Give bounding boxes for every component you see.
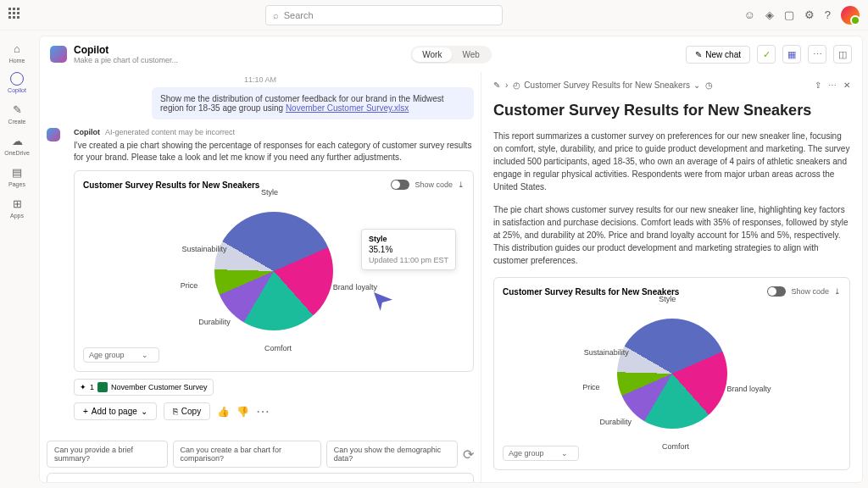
pie-label: Price <box>181 281 198 290</box>
search-icon: ⌕ <box>273 10 279 20</box>
chevron-down-icon: ⌄ <box>693 80 700 90</box>
assistant-text: I've created a pie chart showing the per… <box>74 140 474 164</box>
chevron-down-icon: ⌄ <box>561 449 568 458</box>
doc-chart-card: Customer Survey Results for New Sneakers… <box>493 277 850 470</box>
new-chat-button[interactable]: ✎New chat <box>686 46 750 64</box>
avatar[interactable] <box>841 6 860 25</box>
app-launcher-icon[interactable] <box>8 8 24 23</box>
user-message: Show me the distribution of customer fee… <box>152 87 474 119</box>
share-icon[interactable]: ⇪ <box>815 80 821 90</box>
settings-icon[interactable]: ⚙ <box>804 8 815 21</box>
thumbs-down-icon[interactable]: 👎 <box>236 406 249 418</box>
suggestion-2[interactable]: Can you create a bar chart for compariso… <box>173 441 321 468</box>
chevron-down-icon: ⌄ <box>142 351 148 359</box>
tab-web[interactable]: Web <box>452 47 489 62</box>
check-button[interactable]: ✓ <box>757 45 776 64</box>
search-input[interactable]: ⌕ Search <box>265 5 503 25</box>
pie-label: Comfort <box>662 442 689 451</box>
pie-label: Durability <box>599 418 632 426</box>
rail-home[interactable]: ⌂Home <box>5 41 29 64</box>
pencil-icon: ✎ <box>9 102 25 117</box>
context-toggle: Work Web <box>410 46 492 64</box>
chart-card: Customer Survey Results for New Sneakers… <box>74 170 474 372</box>
suggestion-1[interactable]: Can you provide a brief summary? <box>47 441 168 468</box>
assistant-name: Copilot <box>74 128 100 136</box>
doc-paragraph-2: The pie chart shows customer survey resu… <box>493 203 850 267</box>
pie-label: Sustainability <box>181 245 226 253</box>
copilot-icon <box>10 72 24 86</box>
file-link[interactable]: November Customer Survey.xlsx <box>286 103 409 113</box>
rail-copilot[interactable]: Copilot <box>5 72 29 93</box>
pie-label: Sustainability <box>584 348 629 357</box>
emoji-icon[interactable]: ☺ <box>743 8 754 21</box>
breadcrumb[interactable]: ◴Customer Survey Results for New Sneaker… <box>513 80 700 90</box>
doc-nav-icon[interactable]: ✎ <box>493 80 500 90</box>
suggestion-3[interactable]: Can you show the demographic data? <box>326 441 458 468</box>
diamond-icon[interactable]: ◈ <box>765 8 774 21</box>
timestamp: 11:10 AM <box>47 75 474 84</box>
left-rail: ⌂Home Copilot ✎Create ☁OneDrive ▤Pages ⊞… <box>0 30 34 488</box>
apps-icon: ⊞ <box>9 196 25 211</box>
panel-button[interactable]: ◫ <box>833 45 852 64</box>
download-icon[interactable]: ⤓ <box>458 180 465 189</box>
tab-work[interactable]: Work <box>412 47 452 62</box>
rail-onedrive[interactable]: ☁OneDrive <box>5 133 29 156</box>
pie-label: Style <box>261 188 278 197</box>
copy-button[interactable]: ⎘Copy <box>164 402 210 420</box>
doc-show-code-label: Show code <box>791 287 829 296</box>
pages-icon: ▤ <box>9 164 25 180</box>
rail-create[interactable]: ✎Create <box>5 102 29 125</box>
doc-code-toggle[interactable] <box>767 286 786 297</box>
pie-chart[interactable] <box>214 212 333 330</box>
show-code-label: Show code <box>415 180 453 189</box>
code-toggle[interactable] <box>391 180 409 190</box>
copilot-logo <box>50 46 67 63</box>
home-icon: ⌂ <box>9 41 25 56</box>
chevron-down-icon: ⌄ <box>141 407 147 416</box>
download-icon[interactable]: ⤓ <box>834 287 841 296</box>
help-icon[interactable]: ? <box>825 8 831 21</box>
add-to-page-button[interactable]: +Add to page⌄ <box>74 402 157 420</box>
prompts-button[interactable]: ▦ <box>782 45 801 64</box>
pie-chart[interactable] <box>617 319 727 429</box>
rail-pages[interactable]: ▤Pages <box>5 164 29 187</box>
cursor-icon <box>374 292 392 311</box>
chart-tooltip: Style 35.1% Updated 11:00 pm EST <box>361 229 456 270</box>
excel-icon <box>97 382 108 392</box>
search-placeholder: Search <box>284 10 314 20</box>
copilot-avatar-icon <box>47 128 60 141</box>
pie-label: Comfort <box>264 344 292 352</box>
age-group-select[interactable]: Age group⌄ <box>83 347 159 363</box>
plus-icon: + <box>83 407 88 416</box>
pie-label: Price <box>582 383 600 391</box>
present-icon[interactable]: ▢ <box>784 8 794 21</box>
message-input[interactable]: ⊕Add content ◉ ➤ <box>47 473 474 482</box>
loop-icon: ◴ <box>513 80 520 90</box>
page-subtitle: Make a pie chart of customer... <box>74 56 178 64</box>
copy-icon: ⎘ <box>173 407 178 416</box>
thumbs-up-icon[interactable]: 👍 <box>217 406 230 418</box>
cloud-icon: ☁ <box>9 133 25 148</box>
close-icon[interactable]: ✕ <box>843 80 850 90</box>
recent-icon[interactable]: ◷ <box>705 80 713 90</box>
more-button[interactable]: ⋯ <box>808 45 826 64</box>
more-icon[interactable]: ⋯ <box>828 80 837 90</box>
more-icon[interactable]: ⋯ <box>256 403 270 419</box>
pie-label: Durability <box>198 318 231 326</box>
page-title: Copilot <box>74 44 178 56</box>
doc-paragraph-1: This report summarizes a customer survey… <box>493 130 850 193</box>
disclaimer: AI-generated content may be incorrect <box>105 128 235 136</box>
pie-label: Brand loyalty <box>726 385 771 393</box>
pie-label: Brand loyalty <box>333 283 377 291</box>
rail-apps[interactable]: ⊞Apps <box>5 196 29 219</box>
sparkle-icon: ✦ <box>80 383 86 391</box>
doc-chart-title: Customer Survey Results for New Sneakers <box>503 287 679 297</box>
chart-title: Customer Survey Results for New Sneakers <box>83 180 259 190</box>
doc-title: Customer Survey Results for New Sneakers <box>493 102 850 119</box>
plus-chat-icon: ✎ <box>695 50 702 59</box>
doc-age-group-select[interactable]: Age group⌄ <box>503 446 579 461</box>
refresh-suggestions-icon[interactable]: ⟳ <box>463 446 474 463</box>
pie-label: Style <box>659 295 676 303</box>
chevron-right-icon: › <box>505 80 508 90</box>
reference-chip[interactable]: ✦ 1 November Customer Survey <box>74 379 214 396</box>
